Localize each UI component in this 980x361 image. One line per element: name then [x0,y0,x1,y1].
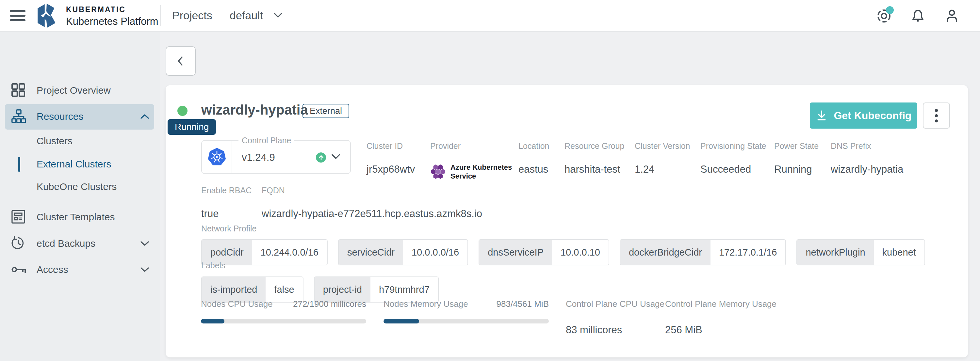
sidebar-item-label: Cluster Templates [37,212,115,223]
control-plane-box: Control Plane v1.24.9 [201,140,351,174]
network-chip: networkPlugin kubenet [796,239,925,265]
notification-dot [886,6,894,14]
sidebar-item-label: Access [37,264,68,275]
cluster-type-badge: External [302,104,349,118]
network-profile-label: Network Profile [201,224,257,233]
cluster-status-dot [177,106,188,116]
network-chip: serviceCidr 10.0.0.0/16 [338,239,468,265]
sidebar-item-etcd-backups[interactable]: etcd Backups [0,232,160,255]
control-plane-label: Control Plane [239,136,294,145]
nodes-cpu-usage: Nodes CPU Usage 272/1900 millicores [201,299,366,309]
announcements-icon[interactable] [876,8,892,24]
labels-chips: is-imported false project-id h79tnmhrd7 [201,277,439,302]
provider-value: Azure Kubernetes Service [430,163,512,180]
sidebar: Project Overview Resources Clusters Ext [0,32,160,361]
projects-nav[interactable]: Projects [172,0,212,32]
user-profile-icon[interactable] [944,8,960,24]
back-button[interactable] [165,46,196,76]
more-actions-button[interactable] [923,103,950,128]
aks-logo-icon [430,164,446,179]
control-plane-memory-usage: Control Plane Memory Usage 256 MiB [665,299,770,309]
sidebar-item-label: Clusters [37,135,73,147]
topbar-icons [876,0,960,32]
chevron-down-icon [274,13,283,18]
label-chip: is-imported false [201,277,304,302]
network-chip: dnsServiceIP 10.0.0.10 [479,239,609,265]
field-provisioning-state: Provisioning State Succeeded [700,141,766,151]
brand-subtitle: Kubernetes Platform [66,16,158,27]
sidebar-item-label: KubeOne Clusters [37,181,117,192]
control-plane-cpu-usage: Control Plane CPU Usage 83 millicores [566,299,657,309]
fqdn-label: FQDN [262,186,285,195]
sidebar-item-label: etcd Backups [37,238,95,249]
chevron-left-icon [175,55,186,67]
provider-name: Azure Kubernetes Service [450,163,512,180]
get-kubeconfig-label: Get Kubeconfig [834,110,912,122]
field-dns-prefix: DNS Prefix wizardly-hypatia [831,141,871,151]
sidebar-item-cluster-templates[interactable]: Cluster Templates [0,206,160,228]
field-cluster-version: Cluster Version 1.24 [635,141,690,151]
field-resource-group: Resource Group harshita-test [565,141,624,151]
network-profile-chips: podCidr 10.244.0.0/16 serviceCidr 10.0.0… [201,239,925,265]
chevron-down-icon [140,267,150,272]
field-value: jr5xp68wtv [366,163,415,175]
cluster-detail-card: wizardly-hypatia External Running Get Ku… [165,85,968,358]
sidebar-item-clusters[interactable]: Clusters [0,130,160,152]
sidebar-item-access[interactable]: Access [0,258,160,281]
get-kubeconfig-button[interactable]: Get Kubeconfig [810,103,917,128]
sidebar-item-label: External Clusters [37,158,111,170]
brand-text: KUBERMATIC Kubernetes Platform [66,5,158,27]
sidebar-item-external-clusters[interactable]: External Clusters [0,154,160,175]
field-provider: Provider Azure Kubernetes Service [430,141,461,151]
status-tooltip: Running [167,119,216,135]
sidebar-item-label: Project Overview [37,85,111,96]
fqdn-value: wizardly-hypatia-e772e511.hcp.eastus.azm… [262,208,482,220]
sidebar-item-resources[interactable]: Resources [0,105,160,128]
project-selector-value: default [230,9,263,22]
project-selector[interactable]: default [230,0,283,32]
app-screen: KUBERMATIC Kubernetes Platform Projects … [0,0,980,361]
kubernetes-logo-icon [202,141,232,173]
nodes-memory-progress-bar [383,319,549,323]
brand-name: KUBERMATIC [66,5,158,14]
sitemap-icon [11,109,26,124]
field-cluster-id: Cluster ID jr5xp68wtv [366,141,403,151]
version-dropdown-chevron-icon[interactable] [331,154,340,160]
notifications-bell-icon[interactable] [910,8,926,24]
key-icon [11,265,26,279]
field-power-state: Power State Running [774,141,819,151]
chevron-up-icon [140,114,150,119]
topbar: KUBERMATIC Kubernetes Platform Projects … [0,0,980,32]
enable-rbac-value: true [201,208,218,220]
nodes-memory-usage: Nodes Memory Usage 983/4561 MiB [383,299,549,309]
sidebar-item-project-overview[interactable]: Project Overview [0,79,160,102]
sidebar-item-label: Resources [37,111,83,122]
network-chip: dockerBridgeCidr 172.17.0.1/16 [620,239,786,265]
download-icon [815,109,828,122]
sidebar-item-kubeone-clusters[interactable]: KubeOne Clusters [0,176,160,198]
enable-rbac-label: Enable RBAC [201,186,251,195]
restore-history-icon [11,236,26,251]
chevron-down-icon [140,241,150,247]
upgrade-available-icon[interactable] [316,152,326,163]
field-label: Cluster ID [366,141,403,151]
grid-icon [11,83,26,98]
label-chip: project-id h79tnmhrd7 [314,277,439,302]
menu-icon[interactable] [10,10,25,21]
field-label: Provider [430,141,461,151]
nodes-cpu-progress-bar [201,319,366,323]
field-location: Location eastus [519,141,549,151]
template-document-icon [11,210,26,224]
cluster-name: wizardly-hypatia [201,102,308,118]
labels-label: Labels [201,261,225,270]
control-plane-version: v1.24.9 [242,152,275,163]
kubermatic-logo-icon [35,3,61,28]
topbar-divider [161,5,161,26]
